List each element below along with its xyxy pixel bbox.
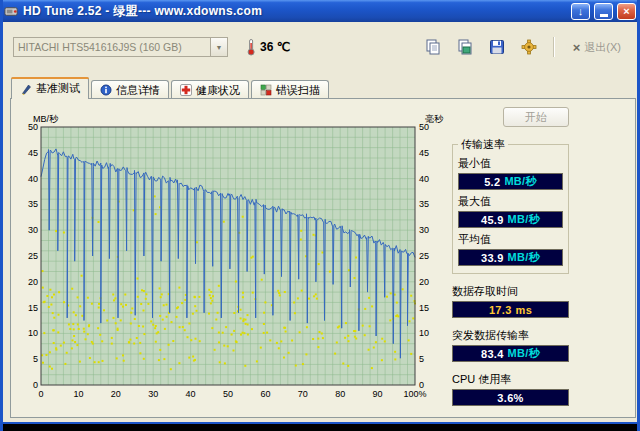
copy-file-icon bbox=[456, 38, 474, 56]
copy-screenshot-button[interactable] bbox=[421, 36, 445, 58]
minimum-value-box: 5.2 MB/秒 bbox=[458, 173, 563, 190]
maximum-unit: MB/秒 bbox=[508, 212, 540, 227]
average-unit: MB/秒 bbox=[508, 250, 540, 265]
hd-tune-window: HD Tune 2.52 - 绿盟--- www.xdowns.com ↓ × … bbox=[0, 0, 640, 431]
drive-select-value: HITACHI HTS541616J9S (160 GB) bbox=[14, 41, 210, 53]
exit-x-icon: × bbox=[573, 40, 581, 55]
tab-benchmark-label: 基准测试 bbox=[36, 81, 80, 96]
access-time-label: 数据存取时间 bbox=[452, 284, 569, 299]
exit-button[interactable]: × 退出(X) bbox=[567, 38, 627, 57]
average-label: 平均值 bbox=[458, 232, 563, 247]
svg-text:35: 35 bbox=[419, 199, 429, 209]
tab-health-label: 健康状况 bbox=[196, 83, 240, 98]
svg-text:30: 30 bbox=[28, 225, 38, 235]
titlebar: HD Tune 2.52 - 绿盟--- www.xdowns.com ↓ × bbox=[0, 0, 640, 22]
svg-text:15: 15 bbox=[419, 303, 429, 313]
gear-icon bbox=[520, 38, 538, 56]
scan-grid-icon bbox=[260, 84, 272, 96]
tab-health[interactable]: 健康状况 bbox=[171, 80, 249, 99]
svg-text:90: 90 bbox=[373, 389, 383, 399]
window-title: HD Tune 2.52 - 绿盟--- www.xdowns.com bbox=[23, 3, 567, 20]
svg-text:80: 80 bbox=[335, 389, 345, 399]
svg-text:30: 30 bbox=[419, 225, 429, 235]
svg-text:60: 60 bbox=[260, 389, 270, 399]
toolbar: HITACHI HTS541616J9S (160 GB) ▼ 36 ℃ bbox=[7, 24, 633, 70]
save-icon bbox=[488, 38, 506, 56]
options-button[interactable] bbox=[517, 36, 541, 58]
svg-text:20: 20 bbox=[419, 277, 429, 287]
benchmark-chart-svg: 0055101015152020252530303535404045455050… bbox=[13, 111, 445, 403]
svg-text:40: 40 bbox=[419, 174, 429, 184]
svg-text:10: 10 bbox=[73, 389, 83, 399]
svg-text:25: 25 bbox=[419, 251, 429, 261]
svg-text:20: 20 bbox=[111, 389, 121, 399]
svg-text:0: 0 bbox=[38, 389, 43, 399]
close-button[interactable]: × bbox=[617, 3, 636, 20]
svg-text:100%: 100% bbox=[403, 389, 426, 399]
cpu-usage-value-box: 3.6% bbox=[452, 389, 569, 406]
benchmark-chart: 0055101015152020252530303535404045455050… bbox=[13, 111, 445, 403]
svg-text:MB/秒: MB/秒 bbox=[33, 114, 59, 124]
app-icon bbox=[4, 4, 19, 19]
average-value-box: 33.9 MB/秒 bbox=[458, 249, 563, 266]
info-icon bbox=[100, 84, 112, 96]
tab-info[interactable]: 信息详情 bbox=[91, 80, 169, 99]
svg-text:35: 35 bbox=[28, 199, 38, 209]
svg-text:70: 70 bbox=[298, 389, 308, 399]
svg-text:0: 0 bbox=[33, 380, 38, 390]
burst-rate-value: 83.4 bbox=[481, 348, 504, 360]
svg-text:50: 50 bbox=[223, 389, 233, 399]
svg-text:30: 30 bbox=[148, 389, 158, 399]
benchmark-icon bbox=[20, 83, 32, 95]
maximum-value-box: 45.9 MB/秒 bbox=[458, 211, 563, 228]
svg-text:10: 10 bbox=[419, 328, 429, 338]
burst-rate-label: 突发数据传输率 bbox=[452, 328, 569, 343]
svg-text:45: 45 bbox=[419, 148, 429, 158]
tab-benchmark[interactable]: 基准测试 bbox=[11, 77, 89, 99]
cpu-usage-label: CPU 使用率 bbox=[452, 372, 569, 387]
access-time-unit: ms bbox=[516, 304, 533, 316]
cpu-usage-value: 3.6% bbox=[497, 392, 523, 404]
maximum-value: 45.9 bbox=[481, 214, 504, 226]
transfer-rate-group-title: 传输速率 bbox=[458, 137, 508, 152]
burst-rate-unit: MB/秒 bbox=[508, 346, 540, 361]
health-cross-icon bbox=[180, 84, 192, 96]
tab-strip: 基准测试 信息详情 健康状况 bbox=[11, 77, 331, 99]
download-arrow-icon: ↓ bbox=[578, 6, 584, 17]
chevron-down-icon: ▼ bbox=[210, 38, 227, 56]
svg-text:20: 20 bbox=[28, 277, 38, 287]
svg-text:15: 15 bbox=[28, 303, 38, 313]
start-button[interactable]: 开始 bbox=[503, 107, 569, 127]
maximum-label: 最大值 bbox=[458, 194, 563, 209]
close-icon: × bbox=[623, 6, 629, 17]
download-button[interactable]: ↓ bbox=[571, 3, 590, 20]
temperature-display: 36 ℃ bbox=[246, 38, 290, 56]
copy-text-button[interactable] bbox=[453, 36, 477, 58]
minimum-label: 最小值 bbox=[458, 156, 563, 171]
access-time-value-box: 17.3 ms bbox=[452, 301, 569, 318]
minimum-value: 5.2 bbox=[484, 176, 500, 188]
transfer-rate-group: 传输速率 最小值 5.2 MB/秒 最大值 45.9 MB/秒 平均值 33.9… bbox=[452, 137, 569, 274]
average-value: 33.9 bbox=[481, 252, 504, 264]
minimize-icon bbox=[600, 14, 608, 17]
thermometer-icon bbox=[246, 38, 256, 56]
save-screenshot-button[interactable] bbox=[485, 36, 509, 58]
svg-text:45: 45 bbox=[28, 148, 38, 158]
toolbar-separator bbox=[553, 37, 555, 57]
drive-select[interactable]: HITACHI HTS541616J9S (160 GB) ▼ bbox=[13, 37, 228, 57]
tab-error-scan-label: 错误扫描 bbox=[276, 83, 320, 98]
burst-rate-value-box: 83.4 MB/秒 bbox=[452, 345, 569, 362]
svg-text:5: 5 bbox=[33, 354, 38, 364]
svg-text:毫秒: 毫秒 bbox=[425, 114, 444, 124]
access-time-value: 17.3 bbox=[489, 304, 512, 316]
svg-text:10: 10 bbox=[28, 328, 38, 338]
benchmark-tab-page: 0055101015152020252530303535404045455050… bbox=[10, 98, 636, 418]
tab-error-scan[interactable]: 错误扫描 bbox=[251, 80, 329, 99]
window-bottom-edge bbox=[0, 422, 640, 431]
tab-info-label: 信息详情 bbox=[116, 83, 160, 98]
minimum-unit: MB/秒 bbox=[504, 174, 536, 189]
results-panel: 开始 传输速率 最小值 5.2 MB/秒 最大值 45.9 MB/秒 平均值 3… bbox=[452, 103, 569, 406]
svg-text:25: 25 bbox=[28, 251, 38, 261]
svg-text:40: 40 bbox=[186, 389, 196, 399]
minimize-button[interactable] bbox=[594, 3, 613, 20]
